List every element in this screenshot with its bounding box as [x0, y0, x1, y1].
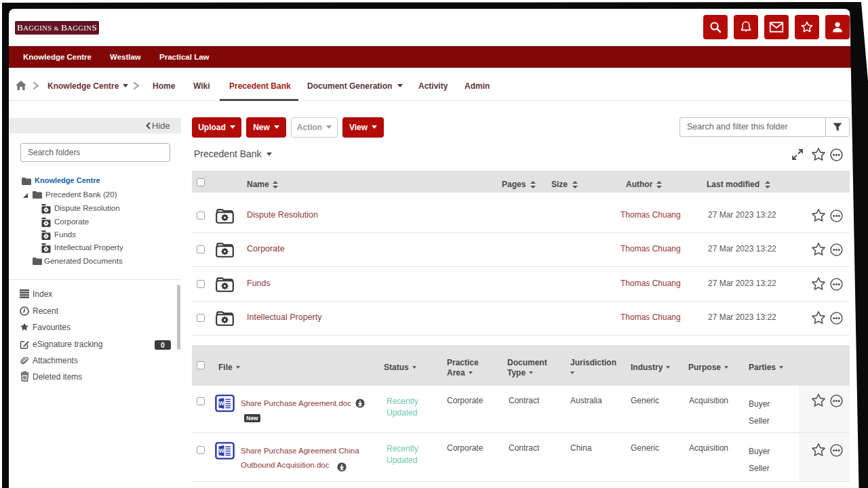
svg-text:W: W [218, 400, 224, 407]
svg-text:W: W [218, 447, 224, 454]
